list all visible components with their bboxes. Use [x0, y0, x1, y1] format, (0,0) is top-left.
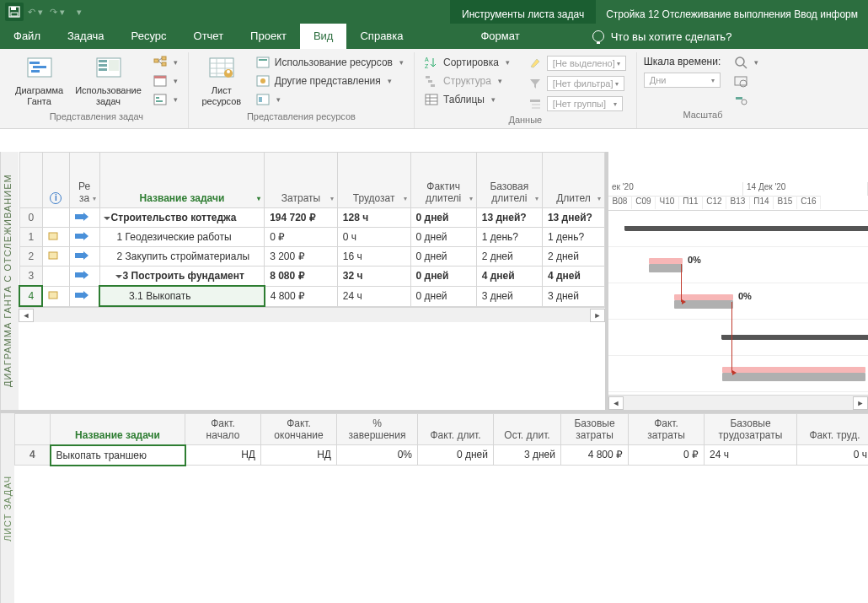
col-base-dur[interactable]: Базовая длителі▾ — [476, 153, 542, 208]
bcol-actual-start[interactable]: Факт. начало — [185, 414, 261, 445]
cell-cost[interactable]: 3 200 ₽ — [265, 247, 338, 267]
cell-actual-dur[interactable]: 0 дней — [410, 228, 476, 247]
gantt-summary-bar[interactable] — [625, 226, 868, 231]
scroll-right-button[interactable]: ► — [853, 396, 868, 410]
selected-tasks-button[interactable] — [731, 91, 762, 108]
cell-dur[interactable]: 1 день? — [542, 228, 604, 247]
other-task-views-button[interactable]: ▾ — [150, 91, 181, 108]
col-cost[interactable]: Затраты▾ — [265, 153, 338, 208]
task-sheet-row[interactable]: 4 Выкопать траншею НД НД 0% 0 дней 3 дне… — [15, 445, 869, 466]
bcol-actual-finish[interactable]: Факт. окончание — [261, 414, 337, 445]
tab-report[interactable]: Отчет — [180, 24, 238, 49]
outline-button[interactable]: Структура▾ — [421, 73, 513, 89]
bcol-actual-cost[interactable]: Факт. затраты — [629, 414, 705, 445]
cell-base-dur[interactable]: 3 дней — [476, 286, 542, 306]
cell-work[interactable]: 24 ч — [337, 286, 410, 306]
bcol-base-work[interactable]: Базовые трудозатраты — [705, 414, 797, 445]
row-number[interactable]: 4 — [19, 286, 42, 306]
resource-usage-button[interactable]: Использование ресурсов▾ — [253, 54, 407, 71]
gantt-task-bar[interactable] — [649, 264, 683, 272]
entire-project-button[interactable] — [731, 73, 762, 89]
table-row[interactable]: 22 Закупить стройматериалы3 200 ₽16 ч0 д… — [19, 247, 605, 267]
scroll-right-button[interactable]: ► — [590, 309, 605, 322]
grid-hscroll[interactable]: ◄ ► — [19, 307, 605, 322]
cell-work[interactable]: 32 ч — [337, 267, 410, 287]
sort-button[interactable]: AZСортировка▾ — [421, 54, 513, 71]
tab-project[interactable]: Проект — [237, 24, 300, 49]
task-sheet-grid[interactable]: Название задачи Факт. начало Факт. оконч… — [14, 413, 868, 603]
cell-cost[interactable]: 194 720 ₽ — [265, 208, 338, 228]
tab-file[interactable]: Файл — [0, 24, 54, 49]
row-number[interactable]: 2 — [19, 247, 42, 267]
col-dur[interactable]: Длител▾ — [542, 153, 604, 208]
mode-cell[interactable] — [69, 267, 99, 287]
bcol-rem-dur[interactable]: Ост. длит. — [494, 414, 561, 445]
indicator-cell[interactable] — [42, 267, 69, 287]
bcol-name[interactable]: Название задачи — [51, 414, 185, 445]
cell-work[interactable]: 128 ч — [337, 208, 410, 228]
gantt-chart[interactable]: ек '20 14 Дек '20 В08С09Ч10П11С12В13П14В… — [608, 152, 868, 410]
cell-actual-finish[interactable]: НД — [261, 445, 337, 466]
calendar-button[interactable]: ▾ — [150, 73, 181, 89]
gantt-summary-bar[interactable] — [722, 335, 868, 340]
task-usage-button[interactable]: Использование задач — [72, 52, 145, 110]
bcol-actual-dur[interactable]: Факт. длит. — [418, 414, 494, 445]
cell-cost[interactable]: 0 ₽ — [265, 228, 338, 247]
cell-name[interactable]: 1 Геодезические работы — [99, 228, 265, 247]
gantt-chart-button[interactable]: Диаграмма Ганта — [12, 52, 67, 110]
tab-view[interactable]: Вид — [300, 24, 347, 49]
cell-name[interactable]: Выкопать траншею — [51, 445, 185, 466]
mode-cell[interactable] — [69, 286, 99, 306]
resource-sheet-button[interactable]: Лист ресурсов — [196, 52, 248, 110]
gantt-timescale[interactable]: ек '20 14 Дек '20 В08С09Ч10П11С12В13П14В… — [608, 152, 868, 211]
cell-rem-dur[interactable]: 3 дней — [494, 445, 561, 466]
tab-resource[interactable]: Ресурс — [118, 24, 180, 49]
cell-name[interactable]: 3.1 Выкопать — [99, 286, 265, 306]
cell-cost[interactable]: 8 080 ₽ — [265, 267, 338, 287]
row-number[interactable]: 1 — [19, 228, 42, 247]
gantt-body[interactable]: 0% 0% 0% — [608, 211, 868, 395]
cell-work[interactable]: 16 ч — [337, 247, 410, 267]
qat-customize[interactable]: ▾ — [69, 3, 89, 21]
cell-base-dur[interactable]: 4 дней — [476, 267, 542, 287]
cell-dur[interactable]: 2 дней — [542, 247, 604, 267]
mode-cell[interactable] — [69, 247, 99, 267]
tab-help[interactable]: Справка — [346, 24, 416, 49]
cell-name[interactable]: Строительство коттеджа — [99, 208, 265, 228]
network-diagram-button[interactable]: ▾ — [150, 54, 181, 71]
save-button[interactable] — [5, 3, 24, 21]
cell-base-cost[interactable]: 4 800 ₽ — [561, 445, 629, 466]
cell-work[interactable]: 0 ч — [337, 228, 410, 247]
cell-base-dur[interactable]: 2 дней — [476, 247, 542, 267]
cell-base-work[interactable]: 24 ч — [705, 445, 797, 466]
bcol-base-cost[interactable]: Базовые затраты — [561, 414, 629, 445]
highlight-combo[interactable]: [Не выделено]▾ — [547, 56, 626, 71]
cell-dur[interactable]: 3 дней — [542, 286, 604, 306]
task-grid[interactable]: i Ре за▾ Название задачи▾ Затраты▾ Трудо… — [19, 152, 608, 410]
cell-actual-dur[interactable]: 0 дней — [410, 208, 476, 228]
cell-actual-dur[interactable]: 0 дней — [410, 286, 476, 306]
cell-actual-work[interactable]: 0 ч — [797, 445, 869, 466]
other-resource-views-button[interactable]: Другие представления▾ — [253, 73, 407, 89]
scroll-left-button[interactable]: ◄ — [19, 309, 34, 322]
col-work[interactable]: Трудозат▾ — [337, 153, 410, 208]
timescale-combo[interactable]: Дни▾ — [644, 73, 721, 88]
filter-dropdown[interactable]: [Нет фильтра]▾ — [525, 74, 630, 93]
cell-name[interactable]: 3 Построить фундамент — [99, 267, 265, 287]
col-mode[interactable]: Ре за▾ — [69, 153, 99, 208]
tell-me-search[interactable]: Что вы хотите сделать? — [592, 24, 732, 49]
row-number[interactable]: 3 — [19, 267, 42, 287]
table-row[interactable]: 0Строительство коттеджа194 720 ₽128 ч0 д… — [19, 208, 605, 228]
table-row[interactable]: 33 Построить фундамент8 080 ₽32 ч0 дней4… — [19, 267, 605, 287]
row-number[interactable]: 0 — [19, 208, 42, 228]
gantt-hscroll[interactable]: ◄ ► — [608, 395, 868, 410]
bcol-pct[interactable]: % завершения — [337, 414, 418, 445]
mode-cell[interactable] — [69, 208, 99, 228]
filter-combo[interactable]: [Нет фильтра]▾ — [547, 76, 624, 91]
tables-button[interactable]: Таблицы▾ — [421, 91, 513, 108]
cell-base-dur[interactable]: 13 дней? — [476, 208, 542, 228]
col-actual-dur[interactable]: Фактич длителі▾ — [410, 153, 476, 208]
col-rownum[interactable] — [19, 153, 42, 208]
planner-button[interactable]: ▾ — [253, 91, 407, 108]
bcol-actual-work[interactable]: Факт. труд. — [797, 414, 869, 445]
